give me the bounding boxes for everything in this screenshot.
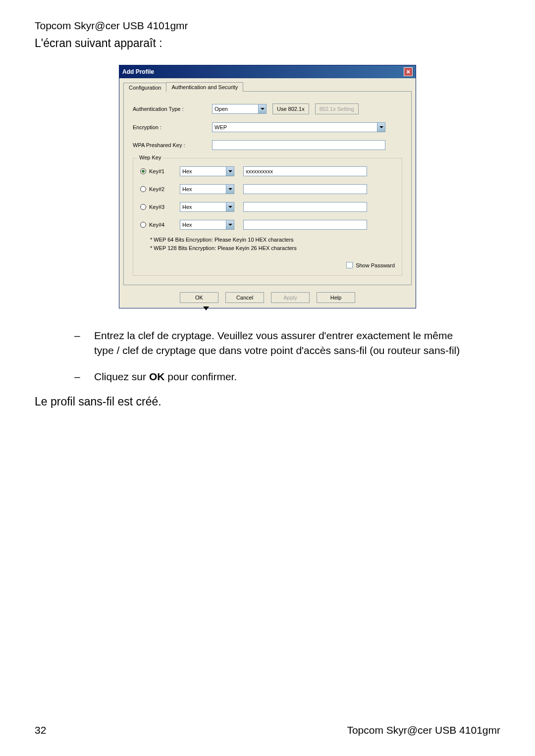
header-product: Topcom Skyr@cer USB 4101gmr bbox=[35, 20, 500, 32]
setting-8021x-button: 802.1x Setting bbox=[315, 103, 359, 114]
instruction-2-post: pour confirmer. bbox=[164, 371, 237, 382]
key2-type-select[interactable]: Hex bbox=[180, 184, 234, 194]
encryption-select[interactable]: WEP bbox=[212, 122, 385, 132]
instructions: – Entrez la clef de cryptage. Veuillez v… bbox=[74, 328, 461, 384]
instruction-2-pre: Cliquez sur bbox=[94, 371, 149, 382]
key1-value: xxxxxxxxxx bbox=[246, 168, 273, 174]
label-auth-type: Authentication Type : bbox=[133, 106, 212, 112]
cancel-button[interactable]: Cancel bbox=[225, 292, 264, 303]
show-password-checkbox[interactable] bbox=[346, 262, 353, 268]
chevron-down-icon bbox=[226, 167, 234, 176]
show-password-row: Show Passward bbox=[140, 262, 395, 268]
key3-value-input[interactable] bbox=[243, 202, 367, 212]
subtitle: L'écran suivant apparaît : bbox=[35, 37, 500, 50]
key3-label: Key#3 bbox=[149, 204, 164, 210]
wep-hint-128: * WEP 128 Bits Encryption: Please Keyin … bbox=[150, 244, 395, 252]
dialog-body: Configuration Authentication and Securit… bbox=[119, 78, 416, 308]
close-button[interactable]: × bbox=[404, 67, 413, 76]
wep-hint-64: * WEP 64 Bits Encryption: Please Keyin 1… bbox=[150, 236, 395, 244]
key1-value-input[interactable]: xxxxxxxxxx bbox=[243, 166, 367, 176]
wep-key-row-4: Key#4 Hex bbox=[140, 220, 395, 230]
key3-type-select[interactable]: Hex bbox=[180, 202, 234, 212]
tabs: Configuration Authentication and Securit… bbox=[123, 82, 412, 92]
chevron-down-icon bbox=[226, 185, 234, 194]
key2-value-input[interactable] bbox=[243, 184, 367, 194]
key4-type-value: Hex bbox=[182, 222, 192, 228]
dash-icon: – bbox=[74, 328, 94, 358]
chevron-down-icon bbox=[226, 220, 234, 229]
tab-configuration[interactable]: Configuration bbox=[123, 83, 166, 92]
key1-type-select[interactable]: Hex bbox=[180, 166, 234, 176]
authtype-value: Open bbox=[214, 106, 228, 112]
key3-radio-wrap[interactable]: Key#3 bbox=[140, 204, 180, 210]
add-profile-dialog: Add Profile × Configuration Authenticati… bbox=[119, 65, 416, 308]
radio-icon bbox=[140, 204, 146, 210]
wep-key-row-3: Key#3 Hex bbox=[140, 202, 395, 212]
key1-label: Key#1 bbox=[149, 168, 164, 174]
wep-key-row-2: Key#2 Hex bbox=[140, 184, 395, 194]
footer-product: Topcom Skyr@cer USB 4101gmr bbox=[347, 724, 500, 736]
conclusion: Le profil sans-fil est créé. bbox=[35, 395, 500, 408]
key1-radio-wrap[interactable]: Key#1 bbox=[140, 168, 180, 174]
footer: 32 Topcom Skyr@cer USB 4101gmr bbox=[35, 724, 500, 736]
key4-radio-wrap[interactable]: Key#4 bbox=[140, 222, 180, 228]
key4-label: Key#4 bbox=[149, 222, 164, 228]
radio-icon bbox=[140, 186, 146, 192]
dialog-title: Add Profile bbox=[122, 68, 154, 75]
encryption-value: WEP bbox=[214, 124, 227, 130]
authtype-select[interactable]: Open bbox=[212, 104, 267, 114]
instruction-2-bold: OK bbox=[149, 371, 165, 382]
close-icon: × bbox=[406, 68, 410, 76]
instruction-1-text: Entrez la clef de cryptage. Veuillez vou… bbox=[94, 328, 461, 358]
tab-panel: Authentication Type : Open Use 802.1x 80… bbox=[123, 91, 412, 285]
key4-value-input[interactable] bbox=[243, 220, 367, 230]
row-wpa-key: WPA Preshared Key : bbox=[133, 140, 402, 150]
key2-label: Key#2 bbox=[149, 186, 164, 192]
row-encryption: Encryption : WEP bbox=[133, 122, 402, 132]
key1-type-value: Hex bbox=[182, 168, 192, 174]
key2-type-value: Hex bbox=[182, 186, 192, 192]
dialog-button-row: OK Cancel Apply Help bbox=[123, 292, 412, 303]
key2-radio-wrap[interactable]: Key#2 bbox=[140, 186, 180, 192]
page-number: 32 bbox=[35, 724, 46, 736]
ok-button[interactable]: OK bbox=[180, 292, 218, 303]
chevron-down-icon bbox=[226, 202, 234, 211]
wep-key-legend: Wep Key bbox=[137, 154, 163, 160]
key3-type-value: Hex bbox=[182, 204, 192, 210]
dash-icon: – bbox=[74, 369, 94, 384]
wep-key-fieldset: Wep Key Key#1 Hex xxxxxxxxxx bbox=[133, 158, 402, 276]
chevron-down-icon bbox=[377, 123, 385, 132]
instruction-2: – Cliquez sur OK pour confirmer. bbox=[74, 369, 461, 384]
tab-auth-security[interactable]: Authentication and Security bbox=[166, 82, 243, 92]
instruction-2-text: Cliquez sur OK pour confirmer. bbox=[94, 369, 237, 384]
radio-icon bbox=[140, 222, 146, 228]
wep-hint: * WEP 64 Bits Encryption: Please Keyin 1… bbox=[150, 236, 395, 252]
wep-key-row-1: Key#1 Hex xxxxxxxxxx bbox=[140, 166, 395, 176]
wpa-key-input[interactable] bbox=[212, 140, 385, 150]
row-auth-type: Authentication Type : Open Use 802.1x 80… bbox=[133, 103, 402, 114]
key4-type-select[interactable]: Hex bbox=[180, 220, 234, 230]
apply-button: Apply bbox=[271, 292, 310, 303]
label-wpa-key: WPA Preshared Key : bbox=[133, 142, 212, 148]
show-password-label: Show Passward bbox=[356, 262, 395, 268]
help-button[interactable]: Help bbox=[317, 292, 355, 303]
radio-icon bbox=[140, 168, 146, 174]
titlebar: Add Profile × bbox=[119, 65, 416, 78]
chevron-down-icon bbox=[258, 104, 266, 113]
use-8021x-button[interactable]: Use 802.1x bbox=[272, 103, 309, 114]
label-encryption: Encryption : bbox=[133, 124, 212, 130]
instruction-1: – Entrez la clef de cryptage. Veuillez v… bbox=[74, 328, 461, 358]
